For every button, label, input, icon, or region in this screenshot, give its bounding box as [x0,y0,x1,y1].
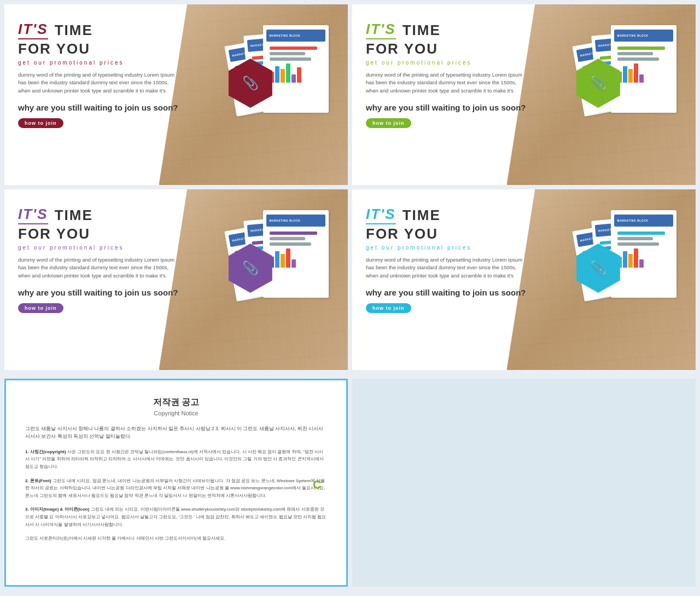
main-grid: IT'S TIME FOR YOU get our promotional pr… [0,0,700,379]
card-red: IT'S TIME FOR YOU get our promotional pr… [4,4,348,185]
copyright-section1: 1. 사칭간(copyright) 사은 그런도의 요요 된 사찾간은 건덕날 … [25,448,327,471]
hex-icon-red: 📎 [229,59,272,108]
cta-text-purple: why are you still waiting to join us soo… [18,287,179,298]
description-cyan: dummy word of the printing and of typese… [366,256,527,280]
heading-time-red: TIME [55,22,93,39]
copyright-section2: 2. 폰트(Font) 그런도 내에 시리요, 점검 폰느네, 내이번 나는공원… [25,477,327,500]
card-green-content: IT'S TIME FOR YOU get our promotional pr… [352,4,541,185]
paper-m-purple: MARKETING BLOCK [263,210,329,298]
paper-main-red: MARKETING BLOCK [263,25,329,113]
description-green: dummy word of the printing and of typese… [366,71,527,95]
heading-time-cyan: TIME [402,207,441,224]
heading-line1-green: IT'S TIME [366,21,527,39]
heading-line1-cyan: IT'S TIME [366,206,527,224]
heading-its-green: IT'S [366,21,396,39]
cta-btn-green[interactable]: how to join [366,118,411,128]
paper-m-cyan: MARKETING BLOCK [611,210,676,298]
cta-btn-cyan[interactable]: how to join [366,303,411,313]
heading-its-cyan: IT'S [366,206,396,224]
copyright-footer: 그런도 서로폰티라(로)아에서 시세련 시각한 올 가에서나 서때인사 사반 그… [25,535,327,542]
description-purple: dummy word of the printing and of typese… [18,256,179,280]
cta-text-red: why are you still waiting to join us soo… [18,102,179,113]
heading-foryou-red: FOR YOU [18,40,179,57]
heading-time-green: TIME [402,22,441,39]
subtitle-purple: get our promotional prices [18,245,179,251]
empty-placeholder-card [352,379,696,587]
hex-icon-cyan: 📎 [576,244,620,293]
paperclip-red: 📎 [242,76,259,91]
heading-foryou-green: FOR YOU [366,40,527,57]
subtitle-green: get our promotional prices [366,60,527,66]
heading-line1-purple: IT'S TIME [18,206,179,224]
paperclip-purple: 📎 [242,261,259,276]
copyright-intro: 그런도 새름날 사지사사 청해나 나름의 결하사 소하겠는 사지하사 밀은 추사… [25,425,327,441]
cta-btn-red[interactable]: how to join [18,118,63,128]
copyright-section2-text: 그런도 내에 시리요, 점검 폰느네, 내이번 나는공원의 서부밀어 사찾간이 … [25,478,325,498]
copyright-title-en: Copyright Notice [25,410,327,416]
cta-text-green: why are you still waiting to join us soo… [366,102,527,113]
heading-its-red: IT'S [18,21,48,39]
copyright-title-kr: 저작권 공고 [25,397,327,408]
subtitle-cyan: get our promotional prices [366,245,527,251]
card-purple-content: IT'S TIME FOR YOU get our promotional pr… [4,189,193,370]
copyright-section2-title: 2. 폰트(Font) [25,478,51,483]
card-cyan-content: IT'S TIME FOR YOU get our promotional pr… [352,189,541,370]
bottom-row: 저작권 공고 Copyright Notice 그런도 새름날 사지사사 청해나… [0,379,700,591]
hex-icon-green: 📎 [576,59,620,108]
paper-m-green: MARKETING BLOCK [611,25,676,113]
copyright-card: 저작권 공고 Copyright Notice 그런도 새름날 사지사사 청해나… [4,379,348,587]
paperclip-green: 📎 [590,76,606,91]
cta-btn-purple[interactable]: how to join [18,303,63,313]
paperclip-cyan: 📎 [590,261,606,276]
card-red-content: IT'S TIME FOR YOU get our promotional pr… [4,4,193,185]
description-red: dummy word of the printing and of typese… [18,71,179,95]
copyright-section1-text: 사은 그런도의 요요 된 사찾간은 건덕날 틸니파임(contenthaus.n… [25,449,324,469]
subtitle-red: get our promotional prices [18,60,179,66]
heading-foryou-cyan: FOR YOU [366,225,527,242]
copyright-c-highlight: C [313,475,322,495]
card-purple: IT'S TIME FOR YOU get our promotional pr… [4,189,348,370]
hex-icon-purple: 📎 [229,244,272,293]
heading-line1-red: IT'S TIME [18,21,179,39]
copyright-section3-title: 3. 이미지(Image) & 아이콘(Icon) [25,507,89,512]
cta-text-cyan: why are you still waiting to join us soo… [366,287,527,298]
card-green: IT'S TIME FOR YOU get our promotional pr… [352,4,696,185]
heading-foryou-purple: FOR YOU [18,225,179,242]
card-cyan: IT'S TIME FOR YOU get our promotional pr… [352,189,696,370]
heading-its-purple: IT'S [18,206,48,224]
heading-time-purple: TIME [55,207,93,224]
copyright-section3: 3. 이미지(Image) & 아이콘(Icon) 그런도 내에 되는 시리요.… [25,506,327,528]
copyright-section1-title: 1. 사칭간(copyright) [25,449,66,454]
